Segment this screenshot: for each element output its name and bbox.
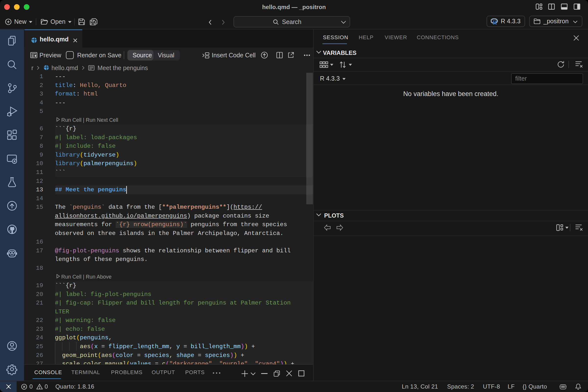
svg-text:R: R xyxy=(493,19,497,25)
